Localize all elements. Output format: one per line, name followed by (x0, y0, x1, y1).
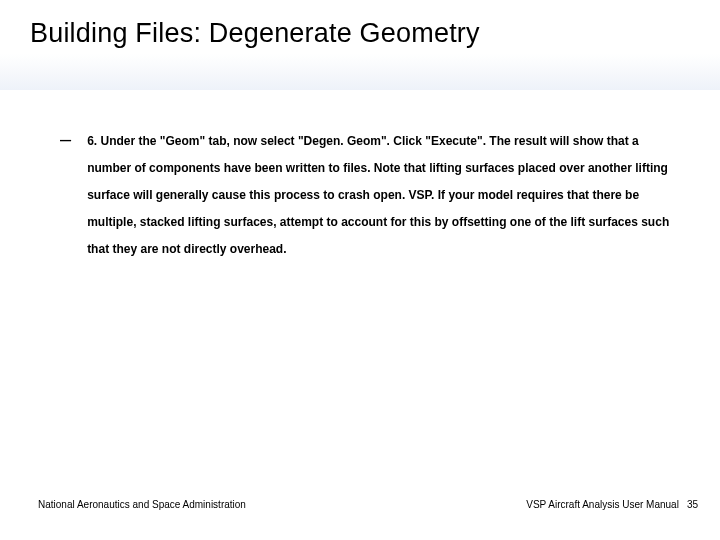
footer-region: National Aeronautics and Space Administr… (0, 499, 720, 510)
bullet-text: 6. Under the "Geom" tab, now select "Deg… (87, 128, 680, 263)
bullet-dash-icon: – (60, 125, 71, 153)
footer-manual: VSP Aircraft Analysis User Manual (526, 499, 679, 510)
content-region: – 6. Under the "Geom" tab, now select "D… (0, 90, 720, 263)
header-region: Building Files: Degenerate Geometry (0, 0, 720, 90)
bullet-item: – 6. Under the "Geom" tab, now select "D… (60, 128, 680, 263)
footer-right: VSP Aircraft Analysis User Manual 35 (526, 499, 698, 510)
footer-org: National Aeronautics and Space Administr… (38, 499, 246, 510)
slide-title: Building Files: Degenerate Geometry (30, 18, 720, 49)
page-number: 35 (687, 499, 698, 510)
